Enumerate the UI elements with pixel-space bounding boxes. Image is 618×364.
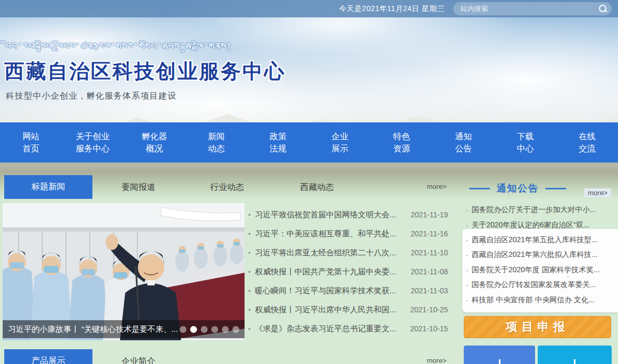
bullet-icon: • bbox=[248, 306, 251, 314]
news-more-link[interactable]: more> bbox=[427, 183, 446, 190]
notice-section-heading: 通知公告 bbox=[462, 182, 573, 195]
site-subtitle: 科技型中小企创业，孵化服务体系项目建设 bbox=[6, 91, 176, 102]
carousel-dots bbox=[180, 326, 239, 333]
tab-product-display[interactable]: 产品展示 bbox=[4, 349, 92, 364]
heading-dash-left bbox=[469, 188, 490, 189]
page-title: 西藏自治区科技创业服务中心 bbox=[4, 58, 286, 85]
current-date: 今天是2021年11月24日 星期三 bbox=[339, 4, 445, 14]
nav-item-about[interactable]: 关于创业 服务中心 bbox=[62, 122, 124, 162]
news-carousel[interactable]: 习近平的小康故事丨 “关键核心技术是要不来、... bbox=[3, 203, 245, 340]
tab-headline-news[interactable]: 标题新闻 bbox=[4, 175, 92, 199]
carousel-dot-active[interactable] bbox=[190, 326, 197, 333]
carousel-dot[interactable] bbox=[211, 326, 218, 333]
dot-bullet-icon: · bbox=[466, 281, 469, 289]
bullet-icon: • bbox=[248, 230, 251, 238]
dot-bullet-icon: · bbox=[466, 296, 469, 304]
top-bar: 今天是2021年11月24日 星期三 bbox=[0, 0, 618, 17]
site-search bbox=[453, 2, 612, 15]
news-item[interactable]: • 权威快报丨中国共产党第十九届中央委... 2021-11-08 bbox=[248, 262, 448, 281]
bullet-icon: • bbox=[248, 249, 251, 257]
nav-item-notices[interactable]: 通知 公告 bbox=[433, 122, 494, 162]
notices-more-link[interactable]: more> bbox=[584, 188, 611, 197]
news-item[interactable]: • 习近平将出席亚太经合组织第二十八次... 2021-11-10 bbox=[248, 243, 448, 262]
news-item[interactable]: • 习近平致信祝贺首届中国网络文明大会... 2021-11-19 bbox=[248, 205, 448, 224]
carousel-dot[interactable] bbox=[222, 326, 229, 333]
notice-item[interactable]: · 国务院办公厅转发国家发展改革委关... bbox=[466, 277, 615, 292]
product-tabs: 产品展示 企业简介 more> bbox=[0, 349, 618, 364]
dot-bullet-icon: · bbox=[466, 251, 469, 259]
nav-item-enterprise[interactable]: 企业 展示 bbox=[309, 122, 371, 162]
carousel-dot[interactable] bbox=[232, 326, 239, 333]
nav-item-home[interactable]: 网站 首页 bbox=[0, 122, 62, 162]
search-icon[interactable] bbox=[599, 5, 606, 12]
notice-list: · 国务院办公厅关于进一步加大对中小... · 关于2020年度认定的6家自治区… bbox=[466, 203, 615, 308]
carousel-dot[interactable] bbox=[180, 326, 186, 333]
notice-item[interactable]: · 西藏自治区2021年第五批入库科技型... bbox=[466, 233, 615, 247]
carousel-photo bbox=[3, 203, 245, 340]
tab-industry-news[interactable]: 行业动态 bbox=[198, 175, 256, 199]
nav-item-resources[interactable]: 特色 资源 bbox=[371, 122, 433, 162]
dot-bullet-icon: · bbox=[466, 236, 469, 244]
tab-key-reports[interactable]: 要闻报道 bbox=[109, 175, 167, 199]
carousel-caption[interactable]: 习近平的小康故事丨 “关键核心技术是要不来、... bbox=[8, 324, 180, 334]
notice-item[interactable]: · 科技部 中央宣传部 中央网信办 文化... bbox=[466, 292, 615, 307]
news-item[interactable]: • 暖心瞬间！习近平与国家科学技术奖获... 2021-11-03 bbox=[248, 281, 448, 300]
notice-item[interactable]: · 国务院关于2020年度 国家科学技术奖... bbox=[466, 263, 615, 277]
news-list: • 习近平致信祝贺首届中国网络文明大会... 2021-11-19 • 习近平：… bbox=[248, 205, 448, 338]
news-item[interactable]: • 《求是》杂志发表习近平总书记重要文... 2021-10-15 bbox=[248, 319, 448, 338]
tibetan-site-name: བོད་རང་སྐྱོང་ལྗོངས་ཚན་རྩལ་གསར་གཏོད་ཞབས་ཞ… bbox=[5, 41, 232, 53]
carousel-caption-bar: 习近平的小康故事丨 “关键核心技术是要不来、... bbox=[3, 320, 245, 338]
dot-bullet-icon: · bbox=[466, 221, 469, 229]
notice-item[interactable]: · 关于2020年度认定的6家自治区“双... bbox=[466, 217, 615, 232]
bullet-icon: • bbox=[248, 287, 251, 295]
homepage: 今天是2021年11月24日 星期三 བོད་རང་སྐྱོང་ལྗོངས་ཚན… bbox=[0, 0, 618, 364]
main-nav: 网站 首页 关于创业 服务中心 孵化器 概况 新闻 动态 政策 法规 企业 展示… bbox=[0, 122, 618, 162]
nav-item-downloads[interactable]: 下载 中心 bbox=[494, 122, 556, 162]
nav-item-online[interactable]: 在线 交流 bbox=[556, 122, 618, 162]
nav-item-incubator[interactable]: 孵化器 概况 bbox=[124, 122, 185, 162]
bullet-icon: • bbox=[248, 211, 251, 219]
project-application-button[interactable]: 项目申报 bbox=[464, 316, 611, 338]
carousel-dot[interactable] bbox=[201, 326, 208, 333]
notice-item[interactable]: · 西藏自治区2021年第六批拟入库科技... bbox=[466, 247, 615, 262]
dot-bullet-icon: · bbox=[466, 206, 469, 214]
nav-item-policy[interactable]: 政策 法规 bbox=[247, 122, 309, 162]
notice-item[interactable]: · 国务院办公厅关于进一步加大对中小... bbox=[466, 203, 615, 217]
tab-tibet-news[interactable]: 西藏动态 bbox=[288, 175, 346, 199]
product-more-link[interactable]: more> bbox=[427, 357, 446, 364]
search-input[interactable] bbox=[453, 2, 612, 15]
nav-item-news[interactable]: 新闻 动态 bbox=[185, 122, 247, 162]
heading-dash-right bbox=[545, 188, 566, 189]
news-item[interactable]: • 习近平：中美应该相互尊重、和平共处... 2021-11-16 bbox=[248, 224, 448, 243]
bullet-icon: • bbox=[248, 268, 251, 276]
bullet-icon: • bbox=[248, 325, 251, 333]
news-item[interactable]: • 权威快报丨习近平出席中华人民共和国... 2021-10-25 bbox=[248, 300, 448, 319]
tab-company-profile[interactable]: 企业简介 bbox=[109, 349, 167, 364]
dot-bullet-icon: · bbox=[466, 266, 469, 274]
